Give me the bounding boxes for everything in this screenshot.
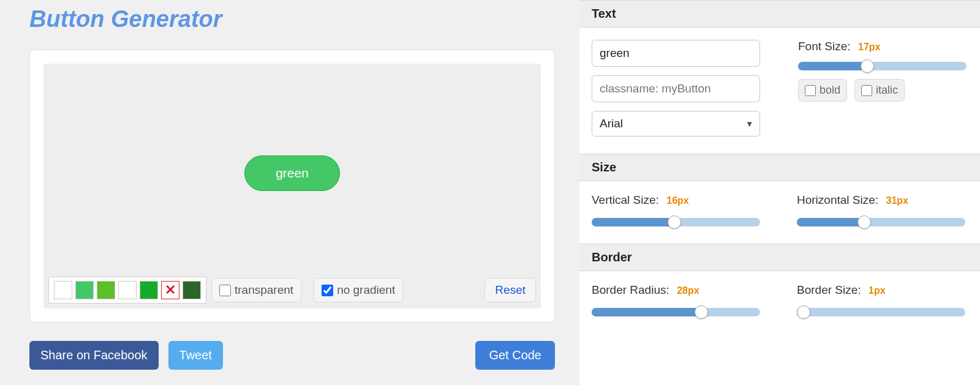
left-column: Button Generator green ✕ — [0, 0, 579, 385]
section-border-body: Border Radius: 28px Border Size: 1px — [579, 271, 980, 334]
page-title: Button Generator — [29, 6, 555, 32]
bold-italic-row: bold italic — [798, 79, 968, 102]
swatch-4[interactable] — [118, 281, 137, 299]
nogradient-checkbox[interactable] — [322, 285, 333, 296]
border-size-slider[interactable] — [797, 308, 965, 316]
x-icon: ✕ — [165, 282, 176, 298]
nogradient-option[interactable]: no gradient — [314, 278, 403, 302]
section-size-body: Vertical Size: 16px Horizontal Size: 31p… — [579, 181, 980, 244]
font-size-value: 17px — [858, 42, 880, 52]
italic-label: italic — [876, 84, 898, 97]
preview-card: green ✕ transparent — [29, 50, 555, 323]
font-size-label: Font Size: — [798, 40, 851, 53]
option-chunks: transparent no gradient — [211, 278, 403, 302]
transparent-option[interactable]: transparent — [211, 278, 301, 302]
bold-label: bold — [820, 84, 840, 97]
horizontal-size-value: 31px — [886, 195, 908, 206]
bold-chip[interactable]: bold — [798, 79, 847, 102]
border-size-value: 1px — [869, 285, 886, 296]
reset-button[interactable]: Reset — [484, 278, 536, 302]
share-row: Share on Facebook Tweet Get Code — [29, 341, 555, 370]
get-code-button[interactable]: Get Code — [475, 341, 555, 370]
swatch-bar: ✕ transparent no gradient Reset — [48, 277, 536, 304]
horizontal-size-slider[interactable] — [797, 218, 965, 226]
horizontal-size-slider-thumb[interactable] — [858, 215, 871, 229]
text-right-col: Font Size: 17px bold italic — [798, 40, 968, 136]
vertical-size-col: Vertical Size: 16px — [592, 193, 760, 226]
vertical-size-slider[interactable] — [592, 218, 760, 226]
transparent-label: transparent — [235, 283, 293, 297]
font-size-slider[interactable] — [798, 62, 967, 70]
vertical-size-value: 16px — [666, 195, 688, 206]
border-radius-slider-fill — [592, 308, 701, 316]
border-size-label: Border Size: — [797, 283, 861, 296]
classname-input[interactable] — [592, 75, 760, 102]
font-family-value: Arial — [592, 111, 760, 136]
vertical-size-slider-thumb[interactable] — [668, 215, 681, 229]
border-size-slider-thumb[interactable] — [797, 305, 810, 319]
border-radius-col: Border Radius: 28px — [592, 283, 760, 316]
font-size-row: Font Size: 17px — [798, 40, 968, 53]
section-heading-text: Text — [579, 0, 980, 28]
border-radius-row: Border Radius: 28px — [592, 283, 760, 297]
swatch-7[interactable] — [183, 281, 201, 299]
swatch-5[interactable] — [140, 281, 158, 299]
section-text-body: Arial ▼ Font Size: 17px bold italic — [579, 28, 980, 154]
vertical-size-label: Vertical Size: — [592, 193, 659, 206]
section-heading-border: Border — [579, 244, 980, 271]
swatch-3[interactable] — [97, 281, 115, 299]
border-size-row: Border Size: 1px — [797, 283, 965, 297]
italic-checkbox[interactable] — [861, 85, 872, 96]
font-family-select[interactable]: Arial ▼ — [592, 111, 760, 136]
vertical-size-row: Vertical Size: 16px — [592, 193, 760, 207]
color-swatches: ✕ — [48, 277, 206, 304]
border-radius-slider-thumb[interactable] — [695, 305, 708, 319]
tweet-button[interactable]: Tweet — [168, 341, 223, 370]
horizontal-size-row: Horizontal Size: 31px — [797, 193, 965, 207]
share-facebook-button[interactable]: Share on Facebook — [29, 341, 159, 370]
border-radius-slider[interactable] — [592, 308, 760, 316]
font-size-slider-fill — [798, 62, 867, 70]
right-column: Text Arial ▼ Font Size: 17px bold — [579, 0, 980, 385]
swatch-none[interactable]: ✕ — [161, 281, 179, 299]
horizontal-size-slider-fill — [797, 218, 864, 226]
preview-area: green ✕ transparent — [43, 64, 541, 308]
italic-chip[interactable]: italic — [854, 79, 905, 102]
horizontal-size-label: Horizontal Size: — [797, 193, 878, 206]
text-left-col: Arial ▼ — [592, 40, 761, 136]
border-radius-value: 28px — [677, 285, 699, 296]
border-radius-label: Border Radius: — [592, 283, 669, 296]
border-size-col: Border Size: 1px — [797, 283, 965, 316]
preview-button[interactable]: green — [244, 155, 340, 191]
section-heading-size: Size — [579, 154, 980, 181]
button-text-input[interactable] — [592, 40, 760, 67]
horizontal-size-col: Horizontal Size: 31px — [797, 193, 965, 226]
swatch-1[interactable] — [54, 281, 72, 299]
chevron-down-icon: ▼ — [745, 119, 753, 129]
font-size-slider-thumb[interactable] — [861, 59, 874, 73]
vertical-size-slider-fill — [592, 218, 674, 226]
swatch-2[interactable] — [75, 281, 94, 299]
bold-checkbox[interactable] — [805, 85, 816, 96]
nogradient-label: no gradient — [337, 283, 395, 297]
transparent-checkbox[interactable] — [219, 285, 231, 296]
